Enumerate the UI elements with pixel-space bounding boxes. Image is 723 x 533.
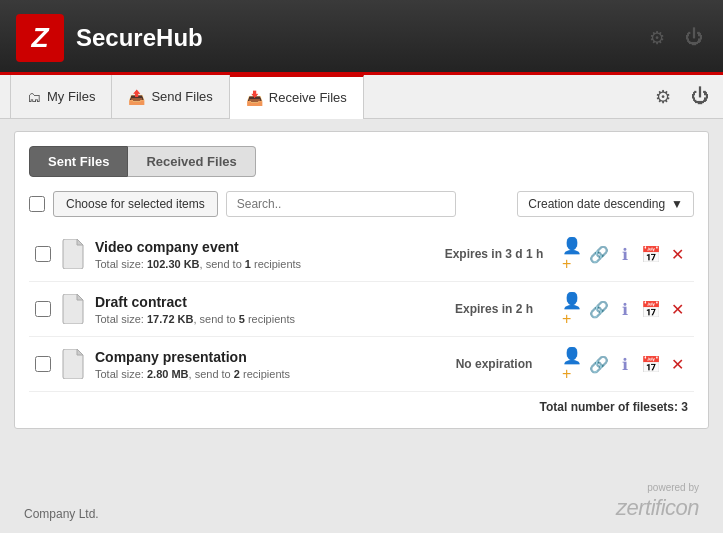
- file-3-checkbox[interactable]: [35, 356, 51, 372]
- file-2-recipients: 5: [239, 313, 245, 325]
- search-input[interactable]: [226, 191, 456, 217]
- powered-by-label: powered by: [616, 482, 699, 493]
- file-1-size: 102.30 KB: [147, 258, 200, 270]
- sort-dropdown[interactable]: Creation date descending ▼: [517, 191, 694, 217]
- powered-by: powered by zertificon: [616, 482, 699, 521]
- file-2-delete-icon[interactable]: ✕: [666, 298, 688, 320]
- file-3-size: 2.80 MB: [147, 368, 189, 380]
- sub-tab-sent[interactable]: Sent Files: [29, 146, 128, 177]
- file-3-delete-icon[interactable]: ✕: [666, 353, 688, 375]
- tab-my-files[interactable]: 🗂 My Files: [10, 75, 112, 119]
- select-all-checkbox[interactable]: [29, 196, 45, 212]
- sub-tabs: Sent Files Received Files: [29, 146, 694, 177]
- file-1-meta: Total size: 102.30 KB, send to 1 recipie…: [95, 258, 426, 270]
- file-3-link-icon[interactable]: 🔗: [588, 353, 610, 375]
- file-row: Draft contract Total size: 17.72 KB, sen…: [29, 282, 694, 337]
- receive-files-icon: 📥: [246, 90, 263, 106]
- file-2-add-user-icon[interactable]: 👤+: [562, 298, 584, 320]
- file-3-info: Company presentation Total size: 2.80 MB…: [95, 349, 426, 380]
- file-2-calendar-icon[interactable]: 📅: [640, 298, 662, 320]
- file-3-meta: Total size: 2.80 MB, send to 2 recipient…: [95, 368, 426, 380]
- sub-tab-received-label: Received Files: [146, 154, 236, 169]
- file-3-recipients: 2: [234, 368, 240, 380]
- choose-selected-button[interactable]: Choose for selected items: [53, 191, 218, 217]
- file-3-icon: [59, 347, 87, 381]
- file-2-info: Draft contract Total size: 17.72 KB, sen…: [95, 294, 426, 325]
- file-row: Company presentation Total size: 2.80 MB…: [29, 337, 694, 392]
- file-1-expiry: Expires in 3 d 1 h: [434, 247, 554, 261]
- send-files-icon: 📤: [128, 89, 145, 105]
- file-3-calendar-icon[interactable]: 📅: [640, 353, 662, 375]
- file-2-icon: [59, 292, 87, 326]
- main-content: Sent Files Received Files Choose for sel…: [14, 131, 709, 429]
- sub-tab-received[interactable]: Received Files: [128, 146, 255, 177]
- header-actions: ⚙ ⏻: [645, 23, 707, 53]
- brand-name: zertificon: [616, 495, 699, 520]
- tab-send-files[interactable]: 📤 Send Files: [112, 75, 229, 119]
- file-1-link-icon[interactable]: 🔗: [588, 243, 610, 265]
- sub-tab-sent-label: Sent Files: [48, 154, 109, 169]
- file-1-delete-icon[interactable]: ✕: [666, 243, 688, 265]
- my-files-icon: 🗂: [27, 89, 41, 105]
- file-2-actions: 👤+ 🔗 ℹ 📅 ✕: [562, 298, 688, 320]
- company-name: Company Ltd.: [24, 507, 99, 521]
- sort-label: Creation date descending: [528, 197, 665, 211]
- logo: Z: [16, 14, 64, 62]
- file-1-checkbox[interactable]: [35, 246, 51, 262]
- file-3-actions: 👤+ 🔗 ℹ 📅 ✕: [562, 353, 688, 375]
- file-1-add-user-icon[interactable]: 👤+: [562, 243, 584, 265]
- file-3-add-user-icon[interactable]: 👤+: [562, 353, 584, 375]
- file-2-name: Draft contract: [95, 294, 426, 310]
- file-2-checkbox[interactable]: [35, 301, 51, 317]
- page-footer: Company Ltd. powered by zertificon: [0, 482, 723, 521]
- tab-send-files-label: Send Files: [151, 89, 212, 104]
- file-1-info-icon[interactable]: ℹ: [614, 243, 636, 265]
- file-2-info-icon[interactable]: ℹ: [614, 298, 636, 320]
- file-1-actions: 👤+ 🔗 ℹ 📅 ✕: [562, 243, 688, 265]
- nav-logout-button[interactable]: ⏻: [687, 82, 713, 111]
- file-total: Total number of filesets: 3: [29, 400, 694, 414]
- file-1-recipients: 1: [245, 258, 251, 270]
- sort-chevron-icon: ▼: [671, 197, 683, 211]
- tab-my-files-label: My Files: [47, 89, 95, 104]
- tab-receive-files[interactable]: 📥 Receive Files: [230, 75, 364, 119]
- file-row: Video company event Total size: 102.30 K…: [29, 227, 694, 282]
- header: Z SecureHub ⚙ ⏻: [0, 0, 723, 75]
- app-title: SecureHub: [76, 24, 203, 52]
- file-2-expiry: Expires in 2 h: [434, 302, 554, 316]
- logo-letter: Z: [31, 22, 48, 54]
- file-1-info: Video company event Total size: 102.30 K…: [95, 239, 426, 270]
- file-3-info-icon[interactable]: ℹ: [614, 353, 636, 375]
- file-1-icon: [59, 237, 87, 271]
- file-2-meta: Total size: 17.72 KB, send to 5 recipien…: [95, 313, 426, 325]
- file-3-expiry: No expiration: [434, 357, 554, 371]
- total-label: Total number of filesets: 3: [540, 400, 688, 414]
- file-2-link-icon[interactable]: 🔗: [588, 298, 610, 320]
- file-1-name: Video company event: [95, 239, 426, 255]
- file-1-calendar-icon[interactable]: 📅: [640, 243, 662, 265]
- file-3-name: Company presentation: [95, 349, 426, 365]
- logout-button[interactable]: ⏻: [681, 23, 707, 52]
- file-2-size: 17.72 KB: [147, 313, 193, 325]
- nav-settings-button[interactable]: ⚙: [651, 82, 675, 112]
- tab-receive-files-label: Receive Files: [269, 90, 347, 105]
- toolbar: Choose for selected items Creation date …: [29, 191, 694, 217]
- nav-right-icons: ⚙ ⏻: [651, 82, 713, 112]
- nav-tabs: 🗂 My Files 📤 Send Files 📥 Receive Files …: [0, 75, 723, 119]
- settings-button[interactable]: ⚙: [645, 23, 669, 53]
